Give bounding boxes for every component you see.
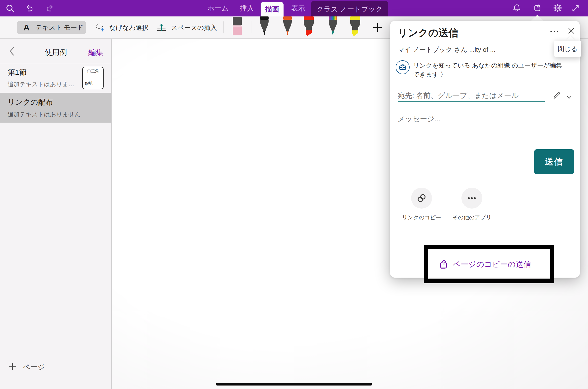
yellow-highlighter-tool[interactable] (349, 16, 362, 37)
tab-insert[interactable]: 挿入 (237, 4, 257, 12)
permission-scope-badge[interactable] (396, 60, 410, 74)
copy-link-label: リンクのコピー (398, 214, 445, 221)
eraser-tool[interactable] (231, 16, 243, 37)
more-apps-button[interactable] (461, 188, 482, 209)
copy-link-button[interactable] (411, 188, 432, 209)
page-item-title: 第1節 (7, 67, 27, 78)
edit-pencil-icon[interactable] (553, 91, 561, 100)
undo-icon[interactable] (25, 4, 34, 13)
close-tooltip: 閉じる (554, 41, 581, 57)
toolbar-divider (251, 21, 251, 33)
thumbnail-ink-line: 〇三角 (83, 68, 103, 75)
black-pen-tool[interactable] (258, 16, 270, 37)
text-mode-icon: A (23, 23, 30, 32)
page-list-item-selected[interactable]: リンクの配布 追加テキストはありません (0, 93, 111, 123)
tab-class-notebook-label: クラス ノートブック (311, 4, 388, 14)
popover-arrow (531, 15, 544, 21)
lasso-select-button[interactable]: なげなわ選択 (95, 22, 160, 33)
text-mode-button[interactable]: A テキスト モード (17, 21, 86, 34)
page-item-title: リンクの配布 (7, 97, 53, 107)
tab-view[interactable]: 表示 (288, 4, 308, 12)
insert-space-label: スペースの挿入 (171, 23, 217, 32)
onenote-app: ホーム 挿入 描画 表示 クラス ノートブック A (0, 0, 588, 389)
edit-button[interactable]: 編集 (88, 47, 106, 58)
search-icon[interactable] (5, 4, 15, 13)
tab-draw-label: 描画 (261, 4, 284, 14)
briefcase-icon (399, 63, 407, 71)
toolbar-divider (223, 21, 223, 33)
send-button[interactable]: 送信 (534, 149, 574, 174)
lasso-select-label: なげなわ選択 (109, 23, 148, 32)
red-highlighter-tool[interactable] (302, 16, 315, 37)
ellipsis-icon (467, 193, 477, 203)
tab-draw[interactable]: 描画 (261, 2, 284, 16)
dialog-subtitle: マイ ノートブック さん ...ity of ... (398, 45, 496, 54)
more-options-icon[interactable] (549, 28, 560, 33)
close-icon[interactable] (567, 27, 575, 35)
page-item-subtitle: 追加テキストはありません (7, 110, 81, 118)
expand-icon[interactable] (571, 4, 580, 13)
insert-space-icon (156, 23, 166, 33)
page-list-item[interactable]: 第1節 追加テキストはありま… 〇三角 条割. (0, 63, 111, 93)
insert-space-button[interactable]: スペースの挿入 (156, 22, 219, 33)
annotation-highlight-box (424, 245, 554, 283)
recipient-underline (398, 101, 545, 102)
page-item-subtitle: 追加テキストはありま… (7, 80, 74, 88)
chevron-down-icon[interactable] (566, 94, 573, 101)
tab-class-notebook[interactable]: クラス ノートブック (311, 1, 388, 16)
message-input[interactable]: メッセージ... (398, 114, 441, 124)
lasso-icon (95, 23, 105, 33)
add-pen-button[interactable] (372, 22, 382, 32)
add-page-button[interactable]: ページ (0, 359, 111, 374)
plus-icon (8, 362, 16, 370)
text-mode-label: テキスト モード (36, 23, 84, 32)
orange-pen-tool[interactable] (282, 16, 294, 37)
page-thumbnail: 〇三角 条割. (82, 67, 104, 89)
divider (0, 355, 112, 355)
recipient-input[interactable]: 宛先: 名前、グループ、またはメール (398, 91, 519, 101)
thumbnail-ink-line: 条割. (84, 80, 102, 87)
home-indicator[interactable] (216, 383, 372, 386)
tab-home[interactable]: ホーム (206, 4, 230, 12)
dialog-title: リンクの送信 (398, 26, 458, 40)
settings-gear-icon[interactable] (553, 3, 562, 12)
add-page-label: ページ (23, 362, 45, 372)
permission-description[interactable]: リンクを知っている あなたの組織 のユーザーが編集できます 〉 (413, 61, 563, 79)
link-icon (417, 193, 427, 203)
divider (390, 243, 580, 243)
galaxy-pen-tool[interactable] (327, 16, 339, 37)
share-icon[interactable] (533, 3, 542, 12)
more-apps-label: その他のアプリ (448, 214, 495, 221)
bell-icon[interactable] (512, 3, 521, 12)
redo-icon[interactable] (45, 4, 54, 13)
